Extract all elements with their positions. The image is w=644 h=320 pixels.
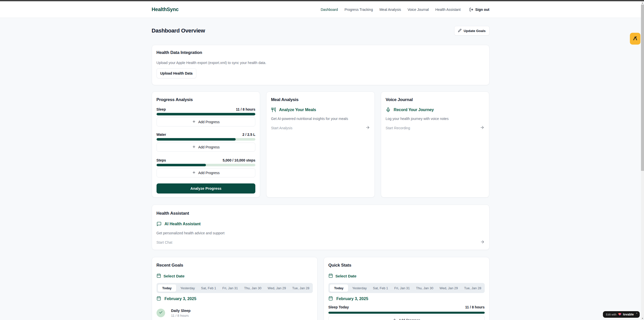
vertical-scrollbar[interactable]: ▲ ▼ — [641, 1, 644, 320]
goal-completed-badge — [157, 309, 165, 317]
select-date-label: Select Date — [335, 274, 357, 278]
meal-analysis-description: Get AI-powered nutritional insights for … — [271, 117, 370, 121]
calendar-icon — [328, 296, 333, 302]
message-square-icon — [157, 221, 162, 227]
main-nav: Dashboard Progress Tracking Meal Analysi… — [321, 8, 489, 12]
goal-list-item: Daily Sleep 11 / 8 hours — [157, 309, 313, 317]
tab-today[interactable]: Today — [158, 284, 176, 292]
analyze-your-meals-label: Analyze Your Meals — [279, 108, 316, 112]
health-assistant-title: Health Assistant — [157, 211, 485, 216]
add-progress-button-water[interactable]: Add Progress — [157, 143, 256, 152]
feature-cards-row: Progress Analysis Sleep 11 / 8 hours Add… — [152, 91, 489, 198]
sleep-today-progress-bar — [328, 312, 485, 314]
add-progress-label: Add Progress — [198, 120, 220, 124]
main-content: Dashboard Overview Update Goals Health D… — [152, 26, 489, 320]
pencil-icon — [458, 29, 462, 33]
badge-prefix: Edit with — [606, 313, 617, 316]
record-your-journey-link[interactable]: Record Your Journey — [386, 107, 485, 112]
close-icon[interactable]: × — [636, 312, 637, 315]
nav-link-meal-analysis[interactable]: Meal Analysis — [379, 8, 401, 12]
record-your-journey-label: Record Your Journey — [394, 108, 434, 112]
steps-progress-bar — [157, 164, 256, 166]
arrow-right-icon — [480, 240, 485, 245]
start-analysis-action[interactable]: Start Analysis — [271, 125, 370, 131]
start-recording-label: Start Recording — [386, 126, 410, 130]
health-data-integration-card: Health Data Integration Upload your Appl… — [152, 45, 489, 85]
update-goals-label: Update Goals — [464, 29, 485, 33]
start-analysis-label: Start Analysis — [271, 126, 292, 130]
water-progress-bar — [157, 138, 256, 141]
meal-analysis-card: Meal Analysis Analyze Your Meals Get AI-… — [266, 91, 375, 198]
nav-link-voice-journal[interactable]: Voice Journal — [408, 8, 429, 12]
ai-health-assistant-label: AI Health Assistant — [165, 222, 201, 226]
tab-yesterday[interactable]: Yesterday — [178, 285, 197, 292]
add-progress-button-quick-stats[interactable]: Add Progress — [328, 316, 485, 320]
recent-goals-card: Recent Goals Select Date Today Yesterday… — [152, 257, 318, 320]
add-progress-button-sleep[interactable]: Add Progress — [157, 117, 256, 126]
page-title: Dashboard Overview — [152, 27, 205, 34]
date-tabs: Today Yesterday Sat, Feb 1 Fri, Jan 31 T… — [328, 283, 485, 293]
page-header: Dashboard Overview Update Goals — [152, 26, 489, 36]
top-navbar: HealthSync Dashboard Progress Tracking M… — [0, 1, 641, 18]
start-chat-action[interactable]: Start Chat — [157, 240, 485, 245]
sleep-today-value: 11 / 8 hours — [465, 305, 484, 309]
calendar-icon — [157, 273, 161, 279]
brand-logo[interactable]: HealthSync — [152, 7, 179, 12]
nav-link-health-assistant[interactable]: Health Assistant — [435, 8, 461, 12]
tab-tue-jan-28[interactable]: Tue, Jan 28 — [462, 285, 483, 292]
tab-wed-jan-29[interactable]: Wed, Jan 29 — [438, 285, 460, 292]
plus-icon — [192, 120, 196, 124]
start-recording-action[interactable]: Start Recording — [386, 125, 485, 131]
select-date-button[interactable]: Select Date — [157, 273, 313, 279]
add-progress-button-steps[interactable]: Add Progress — [157, 168, 256, 177]
tab-fri-jan-31[interactable]: Fri, Jan 31 — [220, 285, 240, 292]
plus-icon — [192, 171, 196, 175]
tab-tue-jan-28[interactable]: Tue, Jan 28 — [290, 285, 311, 292]
tab-sat-feb-1[interactable]: Sat, Feb 1 — [199, 285, 218, 292]
edit-with-lovable-badge[interactable]: Edit with lovable × — [603, 311, 640, 318]
badge-brand: lovable — [623, 313, 634, 316]
water-goal-group: Water 2 / 2.5 L Add Progress — [157, 133, 256, 152]
calendar-icon — [157, 296, 161, 302]
logout-icon — [469, 8, 473, 12]
scroll-up-arrow[interactable]: ▲ — [641, 1, 644, 5]
sleep-label: Sleep — [157, 107, 166, 111]
water-label: Water — [157, 133, 166, 137]
analyze-your-meals-link[interactable]: Analyze Your Meals — [271, 107, 370, 112]
goal-item-value: 11 / 8 hours — [171, 314, 191, 317]
tab-wed-jan-29[interactable]: Wed, Jan 29 — [266, 285, 288, 292]
tab-yesterday[interactable]: Yesterday — [350, 285, 369, 292]
analyze-progress-button[interactable]: Analyze Progress — [157, 183, 256, 194]
sleep-progress-fill — [157, 113, 256, 115]
nav-link-progress-tracking[interactable]: Progress Tracking — [345, 8, 373, 12]
scroll-down-arrow[interactable]: ▼ — [641, 317, 644, 320]
tab-fri-jan-31[interactable]: Fri, Jan 31 — [392, 285, 412, 292]
add-progress-label: Add Progress — [399, 318, 420, 320]
quick-stats-card: Quick Stats Select Date Today Yesterday … — [324, 257, 489, 320]
heart-icon — [618, 312, 622, 317]
nav-link-dashboard[interactable]: Dashboard — [321, 8, 338, 12]
calendar-icon — [328, 273, 333, 279]
selected-date-label: February 3, 2025 — [336, 297, 368, 301]
select-date-label: Select Date — [164, 274, 185, 278]
upload-health-data-button[interactable]: Upload Health Data — [157, 68, 196, 78]
steps-goal-group: Steps 5,000 / 10,000 steps Add Progress — [157, 158, 256, 177]
steps-value: 5,000 / 10,000 steps — [223, 158, 255, 162]
ai-health-assistant-link[interactable]: AI Health Assistant — [157, 221, 485, 227]
tab-thu-jan-30[interactable]: Thu, Jan 30 — [414, 285, 435, 292]
start-chat-label: Start Chat — [157, 240, 172, 244]
steps-label: Steps — [157, 158, 166, 162]
arrow-right-icon — [365, 125, 370, 131]
quick-stats-title: Quick Stats — [328, 263, 485, 268]
tab-thu-jan-30[interactable]: Thu, Jan 30 — [242, 285, 263, 292]
voice-journal-title: Voice Journal — [386, 97, 485, 102]
check-icon — [159, 310, 163, 315]
scrollbar-thumb[interactable] — [641, 5, 644, 171]
select-date-button[interactable]: Select Date — [328, 273, 485, 279]
tab-today[interactable]: Today — [330, 284, 348, 292]
sign-out-button[interactable]: Sign out — [469, 8, 489, 12]
update-goals-button[interactable]: Update Goals — [454, 26, 489, 36]
tab-sat-feb-1[interactable]: Sat, Feb 1 — [371, 285, 390, 292]
recent-goals-title: Recent Goals — [157, 263, 313, 268]
lovable-sidebar-tab[interactable] — [630, 33, 640, 45]
